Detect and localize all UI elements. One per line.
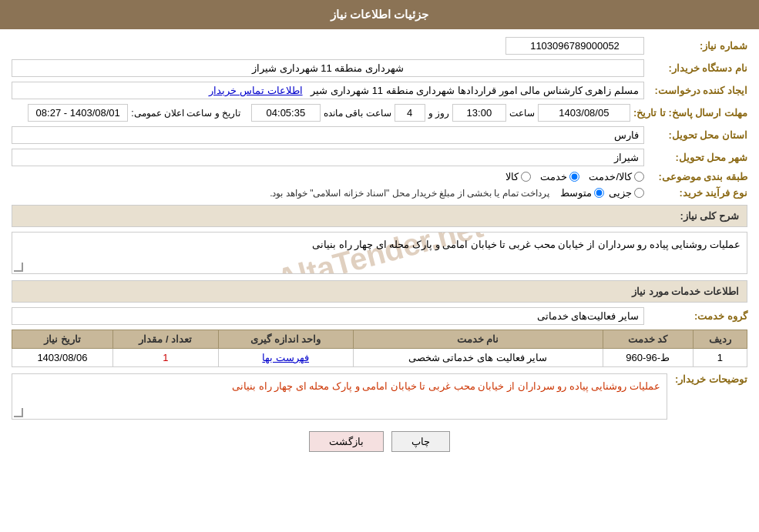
table-header-row: ردیف کد خدمت نام خدمت واحد اندازه گیری ت…	[12, 330, 747, 349]
col-code: کد خدمت	[603, 330, 693, 349]
ijad-field: مسلم زاهری کارشناس مالی امور قراردادها ش…	[12, 82, 644, 99]
noefrayand-option-motavaset[interactable]: متوسط	[560, 187, 604, 199]
noefrayand-label: نوع فرآیند خرید:	[647, 187, 747, 199]
noefrayand-text: پرداخت تمام یا بخشی از مبلغ خریدار محل "…	[270, 188, 549, 199]
cell-name: سایر فعالیت های خدماتی شخصی	[353, 349, 603, 367]
tabaqe-options: کالا/خدمت خدمت کالا	[505, 171, 644, 182]
button-area: چاپ بازگشت	[12, 431, 747, 452]
days-field: 4	[395, 104, 425, 122]
grohe-field: سایر فعالیت‌های خدماتی	[12, 307, 644, 325]
remaining-label: ساعت باقی مانده	[324, 108, 391, 119]
time-label: ساعت	[509, 108, 535, 119]
name-dastgah-field: شهرداری منطقه 11 شهرداری شیراز	[12, 59, 644, 77]
shahr-field: شیراز	[12, 149, 644, 166]
days-label: روز و	[428, 108, 449, 119]
sharh-box: AltaTender.net عملیات روشنایی پیاده رو س…	[12, 232, 747, 274]
resize-handle-2[interactable]	[14, 408, 23, 417]
ijad-row: ایجاد کننده درخواست: مسلم زاهری کارشناس …	[12, 82, 747, 99]
print-button[interactable]: چاپ	[391, 431, 450, 452]
tozihat-text: عملیات روشنایی پیاده رو سرداران از خیابا…	[232, 380, 660, 392]
page-title: جزئیات اطلاعات نیاز	[331, 8, 428, 21]
tozihat-box: عملیات روشنایی پیاده رو سرداران از خیابا…	[12, 373, 667, 420]
tabaqe-option-kala[interactable]: کالا	[505, 171, 531, 182]
sharh-section-title: شرح کلی نیاز:	[12, 205, 747, 227]
col-tedad: تعداد / مقدار	[113, 330, 218, 349]
shahr-row: شهر محل تحویل: شیراز	[12, 149, 747, 166]
cell-vahed[interactable]: فهرست بها	[218, 349, 353, 367]
time-field: 13:00	[452, 104, 506, 122]
page-header: جزئیات اطلاعات نیاز	[0, 0, 759, 29]
ijad-label: ایجاد کننده درخواست:	[647, 85, 747, 96]
grohe-label: گروه خدمت:	[647, 310, 747, 322]
tozihat-row: توضیحات خریدار: عملیات روشنایی پیاده رو …	[12, 373, 747, 420]
sharh-content-row: AltaTender.net عملیات روشنایی پیاده رو س…	[12, 232, 747, 274]
shomare-niaz-field: 1103096789000052	[505, 37, 644, 55]
services-section-title: اطلاعات خدمات مورد نیاز	[12, 280, 747, 303]
tarikh-field: 1403/08/01 - 08:27	[28, 104, 128, 122]
grohe-row: گروه خدمت: سایر فعالیت‌های خدماتی	[12, 307, 747, 325]
resize-handle[interactable]	[14, 263, 23, 272]
noefrayand-row: نوع فرآیند خرید: جزیی متوسط پرداخت تمام …	[12, 187, 747, 199]
ijad-text: مسلم زاهری کارشناس مالی امور قراردادها ش…	[311, 85, 639, 96]
services-table: ردیف کد خدمت نام خدمت واحد اندازه گیری ت…	[12, 330, 747, 367]
col-radif: ردیف	[693, 330, 747, 349]
noefrayand-option-jozi[interactable]: جزیی	[609, 187, 644, 199]
remaining-field: 04:05:35	[251, 104, 321, 122]
ostan-row: استان محل تحویل: فارس	[12, 126, 747, 144]
col-vahed: واحد اندازه گیری	[218, 330, 353, 349]
noefrayand-options: جزیی متوسط	[560, 187, 644, 199]
table-row: 1 ط-96-960 سایر فعالیت های خدماتی شخصی ف…	[12, 349, 747, 367]
date-field: 1403/08/05	[538, 104, 630, 122]
mohlet-row: مهلت ارسال پاسخ: تا تاریخ: 1403/08/05 سا…	[12, 104, 747, 122]
back-button[interactable]: بازگشت	[309, 431, 384, 452]
col-name: نام خدمت	[353, 330, 603, 349]
sharh-label: شرح کلی نیاز:	[680, 210, 739, 222]
mohlet-label: مهلت ارسال پاسخ: تا تاریخ:	[633, 107, 747, 119]
tabaqe-option-khedmat[interactable]: خدمت	[540, 171, 579, 182]
shomare-niaz-row: شماره نیاز: 1103096789000052	[12, 37, 747, 55]
tabaqe-row: طبقه بندی موضوعی: کالا/خدمت خدمت کالا	[12, 171, 747, 182]
cell-radif: 1	[693, 349, 747, 367]
name-dastgah-label: نام دستگاه خریدار:	[647, 62, 747, 74]
name-dastgah-row: نام دستگاه خریدار: شهرداری منطقه 11 شهرد…	[12, 59, 747, 77]
tozihat-label: توضیحات خریدار:	[670, 373, 747, 385]
ostan-field: فارس	[12, 126, 644, 144]
cell-tarikh: 1403/08/06	[12, 349, 113, 367]
shomare-niaz-label: شماره نیاز:	[647, 40, 747, 52]
sharh-text: عملیات روشنایی پیاده رو سرداران از خیابا…	[312, 239, 741, 250]
tabaqe-option-kala-khedmat[interactable]: کالا/خدمت	[589, 171, 644, 182]
cell-code: ط-96-960	[603, 349, 693, 367]
tarikh-label: تاریخ و ساعت اعلان عمومی:	[131, 108, 240, 119]
col-tarikh: تاریخ نیاز	[12, 330, 113, 349]
ostan-label: استان محل تحویل:	[647, 129, 747, 141]
main-content: شماره نیاز: 1103096789000052 نام دستگاه …	[0, 29, 759, 467]
cell-tedad: 1	[113, 349, 218, 367]
shahr-label: شهر محل تحویل:	[647, 152, 747, 163]
ijad-link[interactable]: اطلاعات تماس خریدار	[209, 85, 302, 96]
page-wrapper: جزئیات اطلاعات نیاز شماره نیاز: 11030967…	[0, 0, 759, 532]
tabaqe-label: طبقه بندی موضوعی:	[647, 171, 747, 182]
